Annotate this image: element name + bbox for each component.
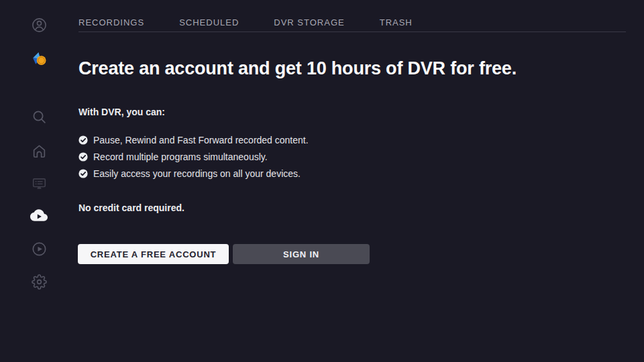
dvr-tab-bar: RECORDINGS SCHEDULED DVR STORAGE TRASH <box>78 0 626 32</box>
tab-scheduled[interactable]: SCHEDULED <box>179 17 239 27</box>
cta-row: CREATE A FREE ACCOUNT SIGN IN <box>78 244 370 264</box>
benefit-text: Pause, Rewind and Fast Forward recorded … <box>93 135 309 145</box>
sidebar <box>0 0 60 362</box>
tab-recordings[interactable]: RECORDINGS <box>78 17 144 27</box>
sidebar-item-search[interactable] <box>31 109 47 125</box>
page-title: Create an account and get 10 hours of DV… <box>78 59 588 79</box>
benefit-item: Record multiple programs simultaneously. <box>78 148 309 165</box>
tab-trash[interactable]: TRASH <box>380 17 413 27</box>
check-circle-icon <box>78 152 88 162</box>
intro-text: With DVR, you can: <box>78 107 165 117</box>
gear-icon <box>32 274 47 290</box>
tab-dvr-storage[interactable]: DVR STORAGE <box>274 17 344 27</box>
person-circle-icon <box>32 17 47 33</box>
check-circle-icon <box>78 135 88 145</box>
tv-guide-icon <box>32 176 47 191</box>
sidebar-item-home[interactable] <box>31 143 47 159</box>
benefit-text: Record multiple programs simultaneously. <box>93 152 268 162</box>
check-circle-icon <box>78 169 88 178</box>
sidebar-item-settings[interactable] <box>31 274 47 290</box>
app-logo-button[interactable] <box>31 50 47 66</box>
benefit-item: Pause, Rewind and Fast Forward recorded … <box>78 131 309 148</box>
search-icon <box>32 109 47 125</box>
play-circle-icon <box>32 241 47 257</box>
benefit-list: Pause, Rewind and Fast Forward recorded … <box>78 131 309 182</box>
cloud-play-icon <box>30 206 48 224</box>
sidebar-item-guide[interactable] <box>31 175 47 191</box>
account-button[interactable] <box>31 17 47 33</box>
create-account-button[interactable]: CREATE A FREE ACCOUNT <box>78 244 229 264</box>
sidebar-item-dvr[interactable] <box>31 207 47 223</box>
benefit-text: Easily access your recordings on all you… <box>93 168 301 179</box>
no-credit-card-note: No credit card required. <box>78 202 184 213</box>
benefit-item: Easily access your recordings on all you… <box>78 165 309 182</box>
app-logo-icon <box>32 51 47 66</box>
home-icon <box>32 143 47 159</box>
sidebar-item-playback[interactable] <box>31 241 47 257</box>
sign-in-button[interactable]: SIGN IN <box>233 244 370 264</box>
dvr-upsell-screen: RECORDINGS SCHEDULED DVR STORAGE TRASH C… <box>0 0 644 362</box>
